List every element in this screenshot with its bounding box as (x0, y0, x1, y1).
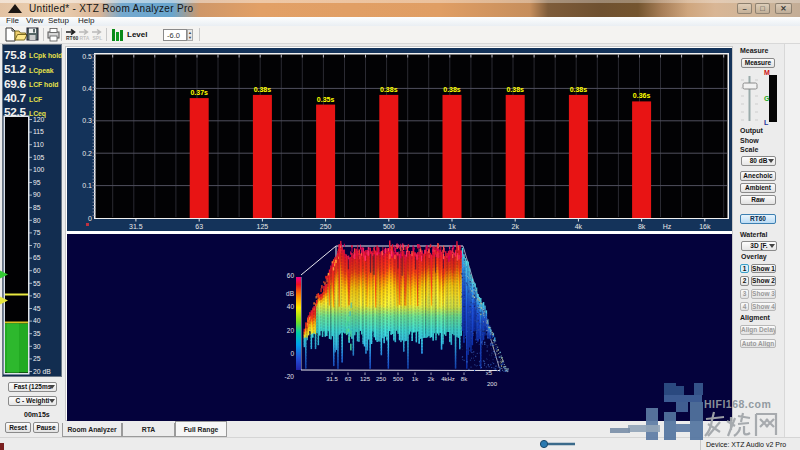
svg-text:HIFI168.com: HIFI168.com (704, 398, 771, 410)
